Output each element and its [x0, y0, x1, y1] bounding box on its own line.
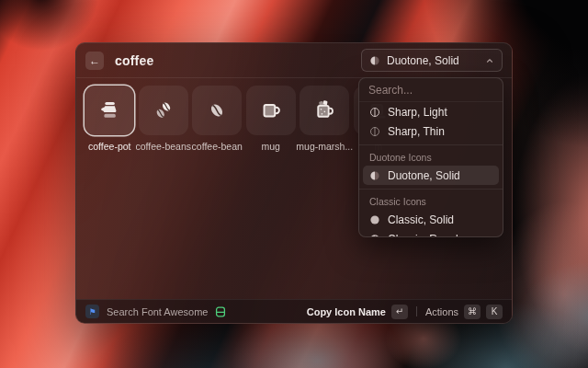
section-header-duotone: Duotone Icons [359, 149, 503, 166]
grid-item-coffee-beans[interactable]: coffee-beans [137, 86, 191, 152]
actions-menu-button[interactable]: Actions [425, 306, 458, 317]
icon-label: coffee-beans [135, 141, 191, 152]
coffee-beans-icon [151, 98, 176, 123]
mug-tile[interactable] [246, 86, 296, 135]
menu-item-label: Classic, Regular [388, 233, 468, 238]
classic-regular-style-icon [369, 234, 380, 238]
style-dropdown-panel: Sharp, Light Sharp, Thin Duotone Icons D… [358, 77, 503, 237]
duotone-style-icon [369, 55, 380, 66]
menu-item-classic-regular[interactable]: Classic, Regular [363, 229, 499, 237]
icon-label: mug [262, 141, 280, 152]
back-button[interactable]: ← [85, 52, 104, 70]
dropdown-search-row [359, 78, 503, 102]
icon-label: coffee-bean [192, 141, 243, 152]
menu-divider [359, 189, 503, 190]
window-footer: ⚑ Search Font Awesome Copy Icon Name ↵ A… [76, 299, 512, 323]
coffee-beans-tile[interactable] [139, 86, 188, 135]
flag-icon: ⚑ [88, 307, 96, 316]
k-key-badge: K [486, 305, 503, 319]
copy-icon-name-action[interactable]: Copy Icon Name [307, 306, 386, 317]
green-device-icon [215, 306, 226, 317]
classic-solid-style-icon [369, 214, 380, 225]
mug-marshmallows-tile[interactable] [300, 86, 349, 135]
menu-item-label: Sharp, Thin [388, 125, 445, 138]
icon-results-grid: coffee-pot coffee-beans [83, 86, 405, 152]
grid-item-coffee-pot[interactable]: coffee-pot [83, 86, 137, 152]
arrow-left-icon: ← [89, 54, 100, 67]
footer-separator [416, 306, 417, 316]
menu-item-label: Sharp, Light [388, 106, 447, 119]
menu-item-classic-solid[interactable]: Classic, Solid [363, 210, 499, 229]
command-key-badge: ⌘ [464, 305, 481, 319]
style-selector-button[interactable]: Duotone, Solid [361, 49, 503, 72]
sharp-light-style-icon [369, 107, 380, 118]
extension-name: Search Font Awesome [107, 306, 208, 317]
window-header: ← coffee Duotone, Solid [76, 43, 512, 77]
menu-item-label: Duotone, Solid [388, 169, 460, 182]
style-selector-label: Duotone, Solid [387, 54, 459, 67]
menu-item-duotone-solid[interactable]: Duotone, Solid [363, 166, 499, 185]
mug-icon [258, 98, 284, 123]
font-awesome-logo: ⚑ [85, 305, 99, 318]
coffee-pot-icon [96, 98, 122, 123]
grid-item-mug-marshmallows[interactable]: mug-marsh... [298, 86, 352, 152]
footer-actions: Copy Icon Name ↵ Actions ⌘ K [307, 305, 503, 319]
menu-divider [359, 144, 503, 145]
sharp-thin-style-icon [369, 126, 380, 137]
menu-item-label: Classic, Solid [388, 213, 454, 226]
search-query-text[interactable]: coffee [115, 53, 153, 68]
desktop: ← coffee Duotone, Solid [0, 0, 588, 368]
grid-item-mug[interactable]: mug [244, 86, 299, 152]
menu-item-sharp-light[interactable]: Sharp, Light [363, 102, 499, 121]
duotone-solid-style-icon [369, 170, 380, 181]
section-header-classic: Classic Icons [359, 193, 503, 210]
menu-item-sharp-thin[interactable]: Sharp, Thin [363, 121, 499, 141]
coffee-bean-tile[interactable] [192, 86, 242, 135]
return-key-badge: ↵ [391, 305, 408, 319]
icon-label: coffee-pot [88, 141, 131, 152]
coffee-pot-tile[interactable] [85, 86, 134, 135]
coffee-bean-icon [204, 98, 230, 123]
mug-marshmallows-icon [311, 98, 337, 123]
grid-item-coffee-bean[interactable]: coffee-bean [190, 86, 244, 152]
dropdown-search-input[interactable] [368, 84, 493, 97]
chevron-up-icon [485, 56, 494, 65]
icon-label: mug-marsh... [296, 141, 353, 152]
